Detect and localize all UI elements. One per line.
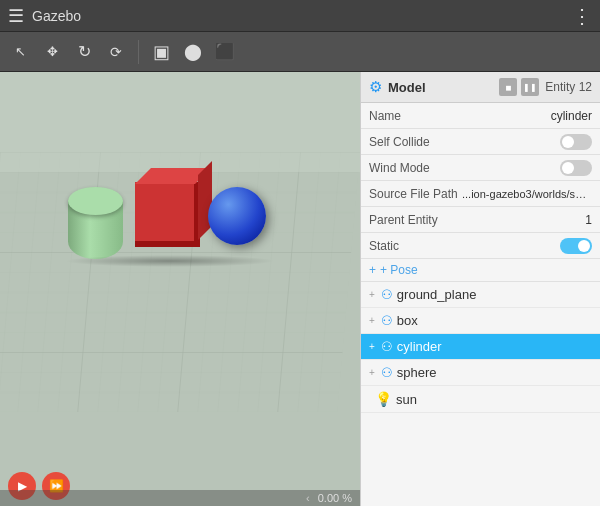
entity-item-sphere[interactable]: + ⚇ sphere [361,360,600,386]
box-object [135,182,200,247]
expand-box-icon: + [369,315,375,326]
prop-filepath-label: Source File Path [369,187,462,201]
entity-item-ground-plane[interactable]: + ⚇ ground_plane [361,282,600,308]
prop-windmode-label: Wind Mode [369,161,560,175]
sun-label: sun [396,392,417,407]
prop-name-row: Name cylinder [361,103,600,129]
wind-mode-knob [562,162,574,174]
entity-label: Entity 12 [545,80,592,94]
pose-row[interactable]: + + Pose [361,259,600,282]
prop-selfcollide-label: Self Collide [369,135,560,149]
toolbar-separator [138,40,139,64]
cursor-tool-button[interactable]: ↖ [6,38,34,66]
sphere-label: sphere [397,365,437,380]
add-sphere-button[interactable]: ⬤ [179,38,207,66]
prop-filepath-row: Source File Path ...ion-gazebo3/worlds/s… [361,181,600,207]
model-header: ⚙ Model ■ ❚❚ Entity 12 [361,72,600,103]
rotate-tool-button[interactable]: ↻ [70,38,98,66]
cylinder-object [68,187,123,255]
sphere-icon: ⚇ [381,365,393,380]
box-label: box [397,313,418,328]
box-icon: ⚇ [381,313,393,328]
prop-name-label: Name [369,109,551,123]
prop-parent-label: Parent Entity [369,213,585,227]
dots-icon[interactable]: ⋮ [572,4,592,28]
move-tool-button[interactable]: ✥ [38,38,66,66]
cylinder-label: cylinder [397,339,442,354]
self-collide-toggle[interactable] [560,134,592,150]
prop-windmode-row: Wind Mode [361,155,600,181]
add-cylinder-button[interactable]: ⬛ [211,38,239,66]
ground-plane-label: ground_plane [397,287,477,302]
object-shadows [65,255,275,267]
static-knob [578,240,590,252]
wind-mode-toggle[interactable] [560,160,592,176]
stop-button[interactable]: ■ [499,78,517,96]
sphere-object [208,187,266,245]
self-collide-knob [562,136,574,148]
topbar: ☰ Gazebo ⋮ [0,0,600,32]
svg-rect-3 [0,72,360,172]
add-box-button[interactable]: ▣ [147,38,175,66]
right-panel: ⚙ Model ■ ❚❚ Entity 12 Name cylinder Sel… [360,72,600,506]
entity-item-box[interactable]: + ⚇ box [361,308,600,334]
prop-selfcollide-row: Self Collide [361,129,600,155]
entity-list: + ⚇ ground_plane + ⚇ box + ⚇ cylinder + … [361,282,600,506]
ground-plane-icon: ⚇ [381,287,393,302]
pose-label: + Pose [380,263,418,277]
model-icon: ⚙ [369,78,382,96]
viewport-bottom-bar: ‹ 0.00 % [0,490,360,506]
entity-item-sun[interactable]: 💡 sun [361,386,600,413]
zoom-percentage: 0.00 % [318,492,352,504]
toolbar: ↖ ✥ ↻ ⟳ ▣ ⬤ ⬛ [0,32,600,72]
pose-expand-icon: + [369,263,376,277]
prop-static-row: Static [361,233,600,259]
main-layout: ▶ ⏩ ‹ 0.00 % ⚙ Model ■ ❚❚ Entity 12 Name [0,72,600,506]
prop-name-value: cylinder [551,109,592,123]
expand-cylinder-icon: + [369,341,375,352]
expand-sphere-icon: + [369,367,375,378]
static-toggle[interactable] [560,238,592,254]
scale-tool-button[interactable]: ⟳ [102,38,130,66]
entity-item-cylinder[interactable]: + ⚇ cylinder [361,334,600,360]
sun-icon: 💡 [375,391,392,407]
prop-filepath-value: ...ion-gazebo3/worlds/shapes.sdf [462,188,592,200]
pause-button[interactable]: ❚❚ [521,78,539,96]
3d-viewport[interactable]: ▶ ⏩ ‹ 0.00 % [0,72,360,506]
properties-panel: Name cylinder Self Collide Wind Mode Sou… [361,103,600,282]
expand-ground-plane-icon: + [369,289,375,300]
model-label: Model [388,80,493,95]
grid-background [0,72,360,506]
header-buttons: ■ ❚❚ [499,78,539,96]
cylinder-icon: ⚇ [381,339,393,354]
prop-parent-value: 1 [585,213,592,227]
prop-static-label: Static [369,239,560,253]
app-title: Gazebo [32,8,564,24]
arrow-left-icon: ‹ [306,492,310,504]
menu-icon[interactable]: ☰ [8,5,24,27]
prop-parent-row: Parent Entity 1 [361,207,600,233]
